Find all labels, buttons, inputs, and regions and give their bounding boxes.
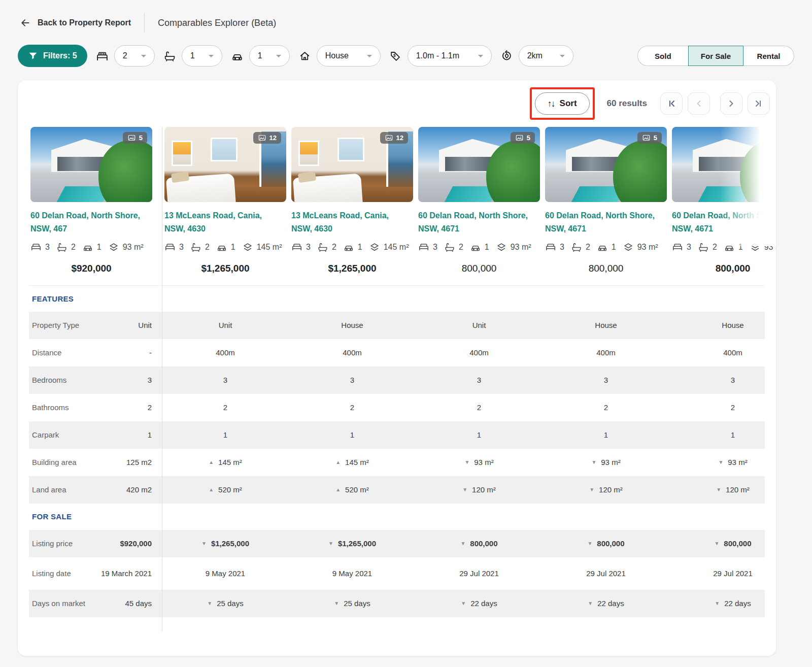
cell-value: $1,265,000	[211, 539, 249, 548]
cars-count: 1	[97, 243, 101, 252]
property-type-filter-dropdown[interactable]: House	[317, 45, 381, 66]
cell-value: 800,000	[597, 539, 624, 548]
photo-decoration	[211, 138, 238, 161]
cell-value: 400m	[469, 348, 489, 357]
beds-count: 3	[433, 243, 437, 252]
bed-icon	[164, 242, 176, 253]
previous-page-button[interactable]	[688, 92, 710, 115]
carparks-filter-dropdown[interactable]: 1	[249, 45, 290, 66]
property-card-1[interactable]: 12 13 McLeans Road, Cania,NSW, 4630 3 2 …	[164, 127, 286, 281]
back-label: Back to Property Report	[38, 18, 131, 27]
property-card-4[interactable]: 5 60 Delan Road, North Shore,NSW, 4671 3…	[545, 127, 667, 281]
toggle-rental[interactable]: Rental	[743, 46, 794, 66]
baths-count: 2	[459, 243, 463, 252]
property-address[interactable]: 60 Delan Road, North Shore,NSW, 4671	[418, 209, 540, 236]
bedrooms-filter-dropdown[interactable]: 2	[114, 45, 155, 66]
toggle-for-sale[interactable]: For Sale	[688, 46, 743, 66]
amenities-row: 3 2 1 145 m²	[164, 242, 286, 253]
table-row-bathrooms: Bathrooms2 2 2 2 2 2	[29, 394, 765, 421]
bath-icon	[317, 242, 328, 253]
delta-arrow: ▲	[209, 487, 214, 492]
subject-value: Unit	[138, 320, 152, 330]
cell-value: 520 m²	[345, 485, 369, 494]
cell-value: 400m	[216, 348, 235, 357]
back-to-property-report-button[interactable]: Back to Property Report	[20, 18, 131, 28]
cell-value: 120 m²	[726, 485, 750, 494]
car-icon	[724, 242, 735, 253]
delta-arrow: ▼	[589, 487, 594, 492]
table-row-distance: Distance- 400m 400m 400m 400m 400m	[29, 339, 765, 366]
funnel-icon	[28, 51, 38, 61]
car-icon	[470, 242, 481, 253]
amenities-row: 3 2 1 93 m²	[418, 242, 540, 253]
for-sale-section-header: FOR SALE	[29, 504, 765, 530]
baths-count: 2	[332, 243, 336, 252]
property-card-subject[interactable]: 5 60 Delan Road, North Shore,NSW, 467 3 …	[30, 127, 152, 281]
price-tag-icon: $	[389, 50, 402, 62]
card-price: 800,000	[545, 263, 667, 281]
row-label: Property Type	[32, 321, 79, 329]
first-page-button[interactable]	[660, 92, 683, 115]
card-price: $920,000	[30, 263, 152, 281]
photo-count-badge: 5	[511, 132, 535, 144]
price-range-filter-dropdown[interactable]: 1.0m - 1.1m	[408, 45, 492, 66]
floor-area: 93 m²	[764, 243, 776, 252]
beds-count: 3	[687, 243, 691, 252]
chevron-down-icon	[478, 55, 483, 57]
image-icon	[385, 134, 393, 142]
next-page-button[interactable]	[720, 92, 742, 115]
subject-value: -	[149, 348, 152, 358]
cell-value: 2	[477, 403, 481, 412]
filters-button[interactable]: Filters: 5	[18, 45, 87, 67]
property-photo: 12	[291, 127, 413, 202]
cell-value: 3	[477, 376, 481, 384]
bath-icon	[698, 242, 709, 253]
cell-value: 3	[223, 376, 227, 384]
comparison-content: 5 60 Delan Road, North Shore,NSW, 467 3 …	[18, 127, 776, 638]
row-label: Distance	[32, 348, 61, 357]
property-address[interactable]: 60 Delan Road, North Shore,NSW, 4671	[672, 209, 776, 236]
last-page-icon	[754, 98, 764, 109]
image-icon	[258, 134, 266, 142]
floor-area: 145 m²	[384, 243, 409, 252]
property-address[interactable]: 60 Delan Road, North Shore,NSW, 4671	[545, 209, 667, 236]
results-toolbar: ↑↓ Sort 60 results	[18, 80, 776, 127]
property-address[interactable]: 60 Delan Road, North Shore,NSW, 467	[30, 209, 152, 236]
first-page-icon	[666, 98, 676, 109]
cars-count: 1	[231, 243, 235, 252]
radius-filter-dropdown[interactable]: 2km	[519, 45, 573, 66]
cell-value: 29 Jul 2021	[713, 569, 753, 578]
toggle-sold[interactable]: Sold	[637, 46, 688, 66]
sort-annotation-box: ↑↓ Sort	[530, 87, 595, 120]
property-card-3[interactable]: 5 60 Delan Road, North Shore,NSW, 4671 3…	[418, 127, 540, 281]
photo-count-badge: 5	[637, 132, 662, 144]
table-row-property-type: Property TypeUnit Unit House Unit House …	[29, 312, 765, 339]
delta-arrow: ▼	[334, 601, 339, 606]
delta-arrow: ▼	[328, 541, 333, 546]
car-icon	[216, 242, 227, 253]
radius-filter-value: 2km	[527, 51, 543, 60]
card-price: 800,000	[672, 263, 776, 281]
card-price: $1,265,000	[164, 263, 286, 281]
chevron-right-icon	[726, 98, 736, 109]
subject-divider	[162, 127, 162, 631]
property-card-2[interactable]: 12 13 McLeans Road, Cania,NSW, 4630 3 2 …	[291, 127, 413, 281]
cell-value: 93 m²	[474, 458, 493, 466]
cell-value: 120 m²	[599, 485, 623, 494]
bathrooms-filter-dropdown[interactable]: 1	[182, 45, 222, 66]
property-address[interactable]: 13 McLeans Road, Cania,NSW, 4630	[291, 209, 413, 236]
cell-value: 9 May 2021	[332, 569, 372, 578]
beds-count: 3	[306, 243, 311, 252]
last-page-button[interactable]	[748, 92, 770, 115]
property-card-5[interactable]: 5 60 Delan Road, North Shore,NSW, 4671 3…	[672, 127, 776, 281]
cell-value: 2	[350, 403, 354, 412]
row-label: Bathrooms	[32, 403, 69, 412]
property-address[interactable]: 13 McLeans Road, Cania,NSW, 4630	[164, 209, 286, 236]
floor-area: 93 m²	[511, 243, 531, 252]
property-photo: 5	[418, 127, 540, 202]
cell-value: 93 m²	[728, 458, 747, 466]
delta-arrow: ▼	[716, 487, 721, 492]
photo-count-badge: 5	[764, 132, 776, 144]
sort-button[interactable]: ↑↓ Sort	[535, 92, 590, 115]
cell-value: 25 days	[344, 599, 370, 608]
